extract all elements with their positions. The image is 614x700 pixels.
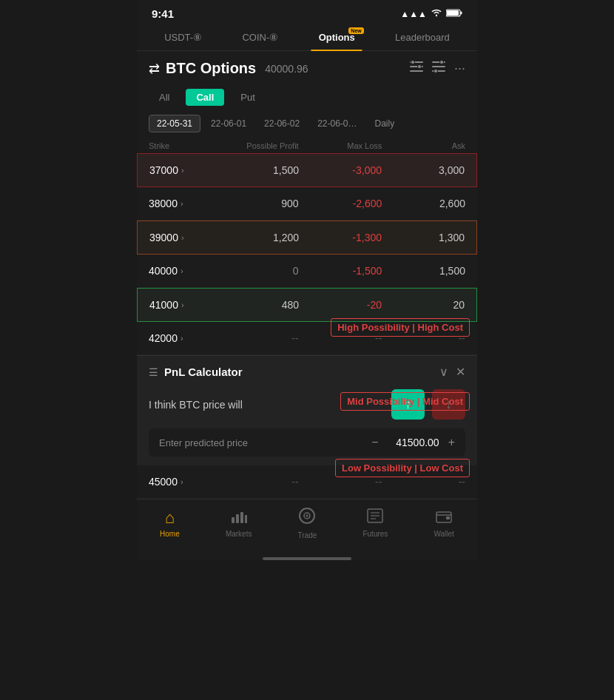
- chevron-right-icon: ›: [181, 166, 184, 175]
- svg-point-7: [411, 61, 414, 64]
- svg-point-13: [433, 70, 437, 73]
- svg-rect-17: [245, 515, 247, 523]
- svg-rect-15: [236, 514, 239, 523]
- svg-point-20: [306, 515, 308, 517]
- col-ask: Ask: [382, 141, 465, 150]
- loss-cell: -1,300: [299, 232, 382, 243]
- table-row[interactable]: 40000 › 0 -1,500 1,500: [137, 255, 477, 288]
- page-title: BTC Options: [166, 60, 256, 77]
- svg-rect-10: [432, 66, 445, 67]
- chevron-right-icon: ›: [181, 300, 184, 309]
- table-row[interactable]: 41000 › 480 -20 20: [137, 288, 477, 322]
- wifi-icon: [431, 8, 442, 19]
- strike-value: 38000: [149, 198, 178, 209]
- strike-cell-37000: 37000 ›: [149, 164, 216, 176]
- profit-cell-empty: --: [215, 476, 299, 488]
- home-icon: ⌂: [165, 508, 175, 528]
- price-value: 41500.00: [388, 437, 439, 448]
- pnl-header-icons: ∨ ✕: [439, 365, 465, 379]
- strike-value: 42000: [149, 332, 178, 344]
- nav-futures-label: Futures: [362, 530, 388, 538]
- date-tab-22-06-03[interactable]: 22-06-0…: [310, 115, 364, 132]
- date-tab-22-06-02[interactable]: 22-06-02: [257, 115, 307, 132]
- status-icons: ▲▲▲: [400, 8, 462, 19]
- swap-icon[interactable]: ⇄: [149, 61, 160, 77]
- outer-wrapper: 9:41 ▲▲▲: [137, 0, 477, 560]
- new-badge: New: [348, 27, 363, 34]
- profit-cell: 480: [216, 299, 299, 311]
- markets-icon: [231, 508, 247, 528]
- nav-home-label: Home: [160, 530, 180, 538]
- wallet-icon: [436, 508, 452, 528]
- table-row[interactable]: 39000 › 1,200 -1,300 1,300: [137, 221, 477, 255]
- tab-usdt[interactable]: USDT-⑧: [157, 27, 209, 47]
- date-tabs: 22-05-31 22-06-01 22-06-02 22-06-0… Dail…: [137, 112, 477, 138]
- pnl-close-icon[interactable]: ✕: [456, 365, 465, 379]
- nav-trade-label: Trade: [298, 531, 317, 539]
- chevron-right-icon: ›: [181, 477, 183, 486]
- pnl-collapse-icon[interactable]: ∨: [439, 365, 448, 379]
- filter-tabs: All Call Put: [137, 83, 477, 112]
- tab-coin[interactable]: COIN-⑧: [235, 27, 286, 47]
- filter-put[interactable]: Put: [230, 89, 266, 106]
- increment-button[interactable]: +: [448, 436, 455, 449]
- nav-markets-label: Markets: [226, 530, 252, 538]
- svg-rect-3: [447, 10, 459, 16]
- trade-icon: [298, 507, 316, 529]
- profit-cell-empty: --: [215, 332, 299, 344]
- filter-all[interactable]: All: [149, 89, 180, 106]
- strike-cell-41000: 41000 ›: [149, 299, 216, 311]
- strike-value: 41000: [149, 299, 178, 311]
- price-input-label: Enter predicted price: [159, 437, 371, 448]
- loss-cell: -20: [299, 299, 382, 311]
- svg-rect-26: [446, 516, 450, 519]
- header-icons: ···: [410, 61, 465, 76]
- annotation-low: Low Possibility | Low Cost: [335, 459, 470, 477]
- nav-wallet-label: Wallet: [433, 530, 453, 538]
- svg-point-8: [417, 65, 421, 69]
- tab-leaderboard[interactable]: Leaderboard: [388, 27, 457, 47]
- loss-cell: -2,600: [299, 198, 382, 209]
- date-tab-22-06-01[interactable]: 22-06-01: [203, 115, 254, 132]
- date-tab-daily[interactable]: Daily: [368, 115, 402, 132]
- svg-rect-2: [461, 11, 462, 14]
- tab-options[interactable]: Options New: [311, 27, 362, 47]
- price-input-row: Enter predicted price − 41500.00 +: [149, 428, 465, 457]
- annotation-mid: Mid Possibility | Mid Cost: [340, 392, 470, 411]
- filter-icon[interactable]: [410, 61, 423, 76]
- chevron-right-icon: ›: [181, 266, 183, 275]
- table-header: Strike Possible Profit Max Loss Ask: [137, 138, 477, 153]
- svg-rect-6: [410, 70, 423, 72]
- table-row[interactable]: 38000 › 900 -2,600 2,600: [137, 187, 477, 221]
- nav-markets[interactable]: Markets: [226, 508, 252, 538]
- strike-cell-42000: 42000 ›: [149, 332, 215, 344]
- ask-cell: 20: [382, 299, 465, 311]
- loss-cell-empty: --: [299, 476, 382, 488]
- profit-cell: 0: [215, 265, 299, 277]
- filter-call[interactable]: Call: [186, 89, 224, 106]
- ask-cell: 1,500: [382, 265, 465, 277]
- profit-cell: 1,200: [216, 232, 299, 243]
- more-icon[interactable]: ···: [454, 61, 465, 76]
- battery-icon: [446, 9, 462, 19]
- nav-home[interactable]: ⌂ Home: [160, 508, 180, 538]
- settings-icon[interactable]: [432, 61, 445, 76]
- strike-value: 37000: [149, 164, 178, 176]
- decrement-button[interactable]: −: [371, 436, 378, 449]
- nav-futures[interactable]: Futures: [362, 508, 388, 538]
- header-price: 40000.96: [265, 63, 308, 75]
- table-row[interactable]: 37000 › 1,500 -3,000 3,000: [137, 153, 477, 187]
- home-indicator: [263, 557, 351, 560]
- pnl-menu-icon: ☰: [149, 366, 158, 378]
- nav-wallet[interactable]: Wallet: [433, 508, 453, 538]
- futures-icon: [367, 508, 383, 528]
- nav-trade[interactable]: Trade: [298, 507, 317, 539]
- loss-cell: -1,500: [299, 265, 382, 277]
- strike-value: 39000: [149, 232, 178, 243]
- bottom-nav: ⌂ Home Markets: [137, 499, 477, 554]
- loss-cell: -3,000: [299, 164, 382, 176]
- date-tab-22-05-31[interactable]: 22-05-31: [149, 115, 200, 132]
- strike-cell-45000: 45000 ›: [149, 476, 215, 488]
- header-left: ⇄ BTC Options 40000.96: [149, 60, 308, 77]
- col-max-loss: Max Loss: [299, 141, 382, 150]
